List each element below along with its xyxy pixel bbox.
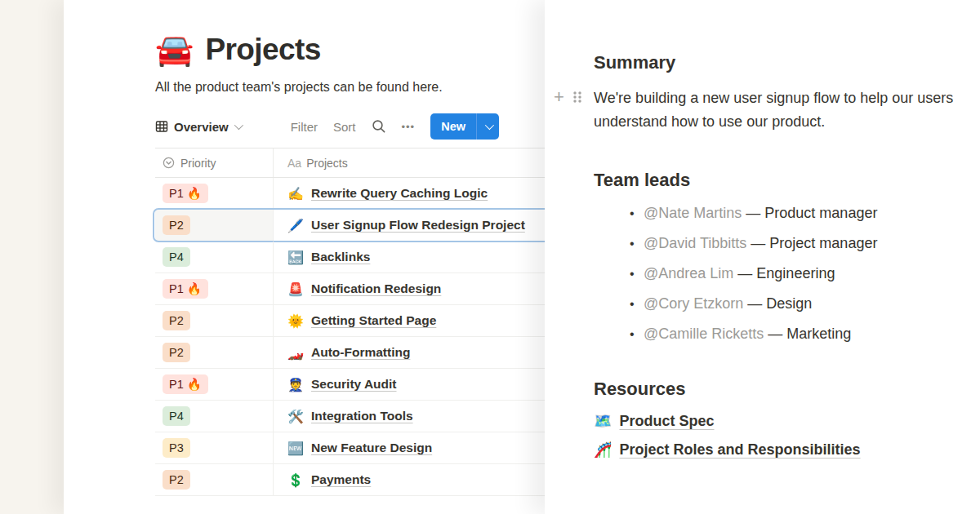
project-cell[interactable]: 🖊️ User Signup Flow Redesign Project [274, 210, 545, 241]
chevron-down-icon [484, 121, 493, 130]
project-emoji-icon: 🆕 [287, 441, 304, 456]
project-title-link[interactable]: New Feature Design [311, 441, 432, 455]
project-title-link[interactable]: Rewrite Query Caching Logic [311, 186, 488, 201]
project-title-link[interactable]: Security Audit [311, 377, 397, 392]
resource-link-item[interactable]: 🗺️ Product Spec [594, 412, 980, 430]
project-title-link[interactable]: Notification Redesign [311, 281, 441, 296]
table-row[interactable]: P2 🏎️ Auto-Formatting [155, 337, 545, 369]
person-role: Engineering [756, 265, 835, 281]
table-row[interactable]: P2 🖊️ User Signup Flow Redesign Project [155, 210, 545, 241]
more-options-icon[interactable]: ••• [402, 121, 416, 133]
team-leads-heading: Team leads [594, 170, 980, 191]
person-role: Marketing [786, 326, 851, 342]
page-icon-car[interactable]: 🚘 [155, 34, 194, 65]
project-cell[interactable]: 🛠️ Integration Tools [274, 401, 545, 432]
summary-text[interactable]: We're building a new user signup flow to… [594, 86, 980, 134]
page-title: Projects [205, 33, 320, 67]
column-header-priority[interactable]: Priority [155, 148, 274, 177]
projects-table: Priority Aa Projects P1 🔥 ✍️ Rewrite Que… [155, 148, 545, 496]
priority-cell[interactable]: P2 [155, 337, 274, 368]
priority-cell[interactable]: P4 [155, 241, 274, 273]
bullet-icon: • [630, 206, 644, 221]
resource-title-link[interactable]: Project Roles and Responsibilities [619, 441, 860, 459]
page-header: 🚘 Projects [155, 33, 545, 67]
project-cell[interactable]: 🌞 Getting Started Page [274, 305, 545, 336]
project-cell[interactable]: 💲 Payments [274, 464, 545, 495]
project-title-link[interactable]: Auto-Formatting [311, 345, 410, 360]
project-emoji-icon: 💲 [287, 472, 304, 488]
chevron-down-icon [234, 121, 243, 130]
bullet-icon: • [630, 327, 644, 342]
view-name: Overview [174, 120, 229, 134]
priority-cell[interactable]: P4 [155, 401, 274, 432]
sort-button[interactable]: Sort [333, 120, 356, 134]
table-row[interactable]: P2 🌞 Getting Started Page [155, 305, 545, 337]
project-cell[interactable]: 🆕 New Feature Design [274, 432, 545, 463]
table-body: P1 🔥 ✍️ Rewrite Query Caching Logic P2 🖊… [155, 178, 545, 496]
view-switcher[interactable]: Overview [155, 120, 241, 134]
priority-badge: P4 [163, 406, 190, 426]
add-block-icon[interactable]: + [554, 90, 564, 104]
person-role: Project manager [769, 235, 877, 251]
project-cell[interactable]: ✍️ Rewrite Query Caching Logic [274, 178, 545, 209]
resource-link-item[interactable]: 🎢 Project Roles and Responsibilities [594, 441, 980, 459]
table-row[interactable]: P4 🛠️ Integration Tools [155, 401, 545, 432]
project-cell[interactable]: 🏎️ Auto-Formatting [274, 337, 545, 368]
resource-emoji-icon: 🎢 [594, 441, 612, 459]
priority-badge: P1 🔥 [163, 374, 208, 394]
new-button-label[interactable]: New [430, 113, 476, 140]
team-lead-item: • @Camille Ricketts — Marketing [630, 326, 980, 343]
project-cell[interactable]: 👮 Security Audit [274, 369, 545, 400]
person-mention[interactable]: @Nate Martins [644, 205, 742, 221]
priority-badge: P4 [163, 247, 190, 267]
priority-cell[interactable]: P1 🔥 [155, 273, 274, 304]
resource-emoji-icon: 🗺️ [594, 412, 612, 430]
priority-badge: P1 🔥 [163, 279, 208, 299]
project-emoji-icon: 🏎️ [287, 345, 304, 361]
project-emoji-icon: 🚨 [287, 281, 304, 297]
project-cell[interactable]: 🚨 Notification Redesign [274, 273, 545, 304]
resources-list: 🗺️ Product Spec 🎢 Project Roles and Resp… [594, 412, 980, 459]
priority-badge: P1 🔥 [163, 184, 208, 203]
person-mention[interactable]: @Camille Ricketts [644, 326, 764, 342]
filter-button[interactable]: Filter [291, 120, 318, 134]
project-title-link[interactable]: Payments [311, 472, 371, 487]
project-title-link[interactable]: Backlinks [311, 250, 370, 264]
resource-title-link[interactable]: Product Spec [619, 413, 714, 430]
table-row[interactable]: P1 🔥 ✍️ Rewrite Query Caching Logic [155, 178, 545, 210]
table-row[interactable]: P1 🔥 🚨 Notification Redesign [155, 273, 545, 305]
column-header-projects[interactable]: Aa Projects [274, 148, 545, 177]
block-controls: + [554, 90, 583, 104]
person-role: Product manager [764, 205, 877, 221]
drag-handle-icon[interactable] [572, 90, 583, 104]
new-button[interactable]: New [430, 113, 499, 140]
table-row[interactable]: P4 🔙 Backlinks [155, 241, 545, 273]
priority-cell[interactable]: P1 🔥 [155, 178, 274, 209]
page-preview-panel: + Summary We're building a new user sign… [545, 0, 980, 514]
table-header-row: Priority Aa Projects [155, 148, 545, 178]
team-lead-item: • @Cory Etzkorn — Design [630, 295, 980, 312]
priority-badge: P2 [163, 343, 190, 362]
project-cell[interactable]: 🔙 Backlinks [274, 241, 545, 273]
table-row[interactable]: P2 💲 Payments [155, 464, 545, 496]
team-lead-item: • @Nate Martins — Product manager [630, 205, 980, 222]
priority-cell[interactable]: P2 [155, 464, 274, 495]
project-title-link[interactable]: Getting Started Page [311, 313, 436, 328]
person-mention[interactable]: @David Tibbitts [644, 235, 746, 251]
database-toolbar: Overview Filter Sort ••• New [155, 113, 499, 140]
priority-cell[interactable]: P2 [155, 305, 274, 336]
new-dropdown-button[interactable] [477, 113, 499, 140]
project-title-link[interactable]: User Signup Flow Redesign Project [311, 218, 525, 233]
table-row[interactable]: P3 🆕 New Feature Design [155, 432, 545, 464]
priority-cell[interactable]: P3 [155, 432, 274, 463]
priority-badge: P2 [163, 311, 190, 330]
person-mention[interactable]: @Andrea Lim [644, 265, 733, 281]
priority-cell[interactable]: P1 🔥 [155, 369, 274, 400]
priority-cell[interactable]: P2 [155, 210, 274, 241]
person-mention[interactable]: @Cory Etzkorn [644, 295, 743, 312]
search-icon[interactable] [372, 119, 386, 134]
project-emoji-icon: 🛠️ [287, 409, 304, 424]
table-row[interactable]: P1 🔥 👮 Security Audit [155, 369, 545, 401]
database-panel: 🚘 Projects All the product team's projec… [64, 0, 545, 514]
project-title-link[interactable]: Integration Tools [311, 409, 413, 423]
